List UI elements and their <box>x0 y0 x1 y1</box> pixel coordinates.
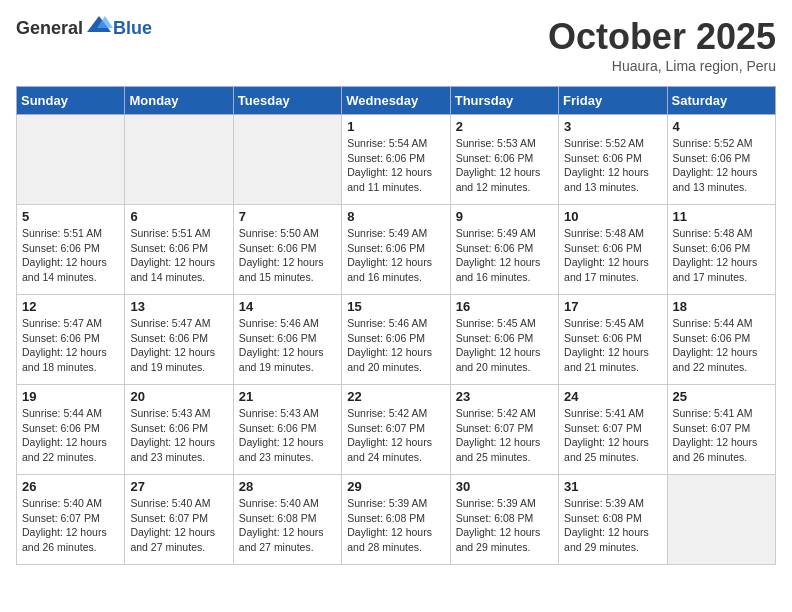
calendar-cell: 16Sunrise: 5:45 AM Sunset: 6:06 PM Dayli… <box>450 295 558 385</box>
calendar-cell: 9Sunrise: 5:49 AM Sunset: 6:06 PM Daylig… <box>450 205 558 295</box>
calendar-cell: 12Sunrise: 5:47 AM Sunset: 6:06 PM Dayli… <box>17 295 125 385</box>
day-info: Sunrise: 5:40 AM Sunset: 6:08 PM Dayligh… <box>239 496 336 555</box>
day-number: 10 <box>564 209 661 224</box>
day-info: Sunrise: 5:50 AM Sunset: 6:06 PM Dayligh… <box>239 226 336 285</box>
day-info: Sunrise: 5:40 AM Sunset: 6:07 PM Dayligh… <box>22 496 119 555</box>
day-info: Sunrise: 5:49 AM Sunset: 6:06 PM Dayligh… <box>456 226 553 285</box>
day-number: 25 <box>673 389 770 404</box>
day-number: 18 <box>673 299 770 314</box>
calendar-cell: 26Sunrise: 5:40 AM Sunset: 6:07 PM Dayli… <box>17 475 125 565</box>
day-info: Sunrise: 5:41 AM Sunset: 6:07 PM Dayligh… <box>564 406 661 465</box>
day-info: Sunrise: 5:45 AM Sunset: 6:06 PM Dayligh… <box>456 316 553 375</box>
day-number: 4 <box>673 119 770 134</box>
calendar-cell <box>233 115 341 205</box>
day-number: 28 <box>239 479 336 494</box>
calendar-cell: 3Sunrise: 5:52 AM Sunset: 6:06 PM Daylig… <box>559 115 667 205</box>
calendar-cell <box>667 475 775 565</box>
day-number: 23 <box>456 389 553 404</box>
calendar-cell <box>125 115 233 205</box>
weekday-header-row: SundayMondayTuesdayWednesdayThursdayFrid… <box>17 87 776 115</box>
day-info: Sunrise: 5:49 AM Sunset: 6:06 PM Dayligh… <box>347 226 444 285</box>
day-info: Sunrise: 5:44 AM Sunset: 6:06 PM Dayligh… <box>22 406 119 465</box>
day-info: Sunrise: 5:47 AM Sunset: 6:06 PM Dayligh… <box>22 316 119 375</box>
calendar-cell: 7Sunrise: 5:50 AM Sunset: 6:06 PM Daylig… <box>233 205 341 295</box>
day-info: Sunrise: 5:52 AM Sunset: 6:06 PM Dayligh… <box>673 136 770 195</box>
day-number: 20 <box>130 389 227 404</box>
day-info: Sunrise: 5:47 AM Sunset: 6:06 PM Dayligh… <box>130 316 227 375</box>
day-info: Sunrise: 5:48 AM Sunset: 6:06 PM Dayligh… <box>673 226 770 285</box>
calendar-cell: 28Sunrise: 5:40 AM Sunset: 6:08 PM Dayli… <box>233 475 341 565</box>
day-info: Sunrise: 5:46 AM Sunset: 6:06 PM Dayligh… <box>239 316 336 375</box>
weekday-header-thursday: Thursday <box>450 87 558 115</box>
calendar-cell: 22Sunrise: 5:42 AM Sunset: 6:07 PM Dayli… <box>342 385 450 475</box>
calendar-cell: 23Sunrise: 5:42 AM Sunset: 6:07 PM Dayli… <box>450 385 558 475</box>
day-info: Sunrise: 5:51 AM Sunset: 6:06 PM Dayligh… <box>22 226 119 285</box>
weekday-header-sunday: Sunday <box>17 87 125 115</box>
day-number: 30 <box>456 479 553 494</box>
day-number: 26 <box>22 479 119 494</box>
calendar-cell: 15Sunrise: 5:46 AM Sunset: 6:06 PM Dayli… <box>342 295 450 385</box>
week-row-1: 1Sunrise: 5:54 AM Sunset: 6:06 PM Daylig… <box>17 115 776 205</box>
calendar-cell: 30Sunrise: 5:39 AM Sunset: 6:08 PM Dayli… <box>450 475 558 565</box>
week-row-3: 12Sunrise: 5:47 AM Sunset: 6:06 PM Dayli… <box>17 295 776 385</box>
day-info: Sunrise: 5:40 AM Sunset: 6:07 PM Dayligh… <box>130 496 227 555</box>
calendar-cell: 24Sunrise: 5:41 AM Sunset: 6:07 PM Dayli… <box>559 385 667 475</box>
day-number: 27 <box>130 479 227 494</box>
calendar-cell <box>17 115 125 205</box>
location-title: Huaura, Lima region, Peru <box>548 58 776 74</box>
calendar-cell: 18Sunrise: 5:44 AM Sunset: 6:06 PM Dayli… <box>667 295 775 385</box>
logo-general-text: General <box>16 18 83 39</box>
day-number: 8 <box>347 209 444 224</box>
calendar-cell: 29Sunrise: 5:39 AM Sunset: 6:08 PM Dayli… <box>342 475 450 565</box>
day-number: 17 <box>564 299 661 314</box>
day-number: 5 <box>22 209 119 224</box>
day-info: Sunrise: 5:48 AM Sunset: 6:06 PM Dayligh… <box>564 226 661 285</box>
calendar-cell: 4Sunrise: 5:52 AM Sunset: 6:06 PM Daylig… <box>667 115 775 205</box>
day-info: Sunrise: 5:46 AM Sunset: 6:06 PM Dayligh… <box>347 316 444 375</box>
day-number: 14 <box>239 299 336 314</box>
day-info: Sunrise: 5:54 AM Sunset: 6:06 PM Dayligh… <box>347 136 444 195</box>
day-number: 13 <box>130 299 227 314</box>
logo-blue-text: Blue <box>113 18 152 39</box>
calendar-cell: 19Sunrise: 5:44 AM Sunset: 6:06 PM Dayli… <box>17 385 125 475</box>
day-info: Sunrise: 5:43 AM Sunset: 6:06 PM Dayligh… <box>239 406 336 465</box>
weekday-header-friday: Friday <box>559 87 667 115</box>
day-info: Sunrise: 5:51 AM Sunset: 6:06 PM Dayligh… <box>130 226 227 285</box>
day-info: Sunrise: 5:43 AM Sunset: 6:06 PM Dayligh… <box>130 406 227 465</box>
week-row-4: 19Sunrise: 5:44 AM Sunset: 6:06 PM Dayli… <box>17 385 776 475</box>
day-info: Sunrise: 5:44 AM Sunset: 6:06 PM Dayligh… <box>673 316 770 375</box>
title-area: October 2025 Huaura, Lima region, Peru <box>548 16 776 74</box>
week-row-5: 26Sunrise: 5:40 AM Sunset: 6:07 PM Dayli… <box>17 475 776 565</box>
calendar-cell: 1Sunrise: 5:54 AM Sunset: 6:06 PM Daylig… <box>342 115 450 205</box>
week-row-2: 5Sunrise: 5:51 AM Sunset: 6:06 PM Daylig… <box>17 205 776 295</box>
weekday-header-monday: Monday <box>125 87 233 115</box>
day-number: 3 <box>564 119 661 134</box>
calendar-cell: 8Sunrise: 5:49 AM Sunset: 6:06 PM Daylig… <box>342 205 450 295</box>
day-number: 1 <box>347 119 444 134</box>
calendar-table: SundayMondayTuesdayWednesdayThursdayFrid… <box>16 86 776 565</box>
calendar-cell: 17Sunrise: 5:45 AM Sunset: 6:06 PM Dayli… <box>559 295 667 385</box>
day-number: 11 <box>673 209 770 224</box>
day-number: 19 <box>22 389 119 404</box>
month-title: October 2025 <box>548 16 776 58</box>
day-info: Sunrise: 5:39 AM Sunset: 6:08 PM Dayligh… <box>456 496 553 555</box>
calendar-cell: 2Sunrise: 5:53 AM Sunset: 6:06 PM Daylig… <box>450 115 558 205</box>
logo-icon <box>85 14 113 38</box>
weekday-header-tuesday: Tuesday <box>233 87 341 115</box>
day-number: 22 <box>347 389 444 404</box>
logo: General Blue <box>16 16 152 40</box>
day-info: Sunrise: 5:41 AM Sunset: 6:07 PM Dayligh… <box>673 406 770 465</box>
day-number: 15 <box>347 299 444 314</box>
day-number: 7 <box>239 209 336 224</box>
day-info: Sunrise: 5:39 AM Sunset: 6:08 PM Dayligh… <box>347 496 444 555</box>
calendar-cell: 10Sunrise: 5:48 AM Sunset: 6:06 PM Dayli… <box>559 205 667 295</box>
day-number: 31 <box>564 479 661 494</box>
calendar-cell: 21Sunrise: 5:43 AM Sunset: 6:06 PM Dayli… <box>233 385 341 475</box>
day-number: 2 <box>456 119 553 134</box>
day-number: 21 <box>239 389 336 404</box>
day-info: Sunrise: 5:39 AM Sunset: 6:08 PM Dayligh… <box>564 496 661 555</box>
calendar-cell: 14Sunrise: 5:46 AM Sunset: 6:06 PM Dayli… <box>233 295 341 385</box>
weekday-header-saturday: Saturday <box>667 87 775 115</box>
day-number: 24 <box>564 389 661 404</box>
calendar-cell: 5Sunrise: 5:51 AM Sunset: 6:06 PM Daylig… <box>17 205 125 295</box>
